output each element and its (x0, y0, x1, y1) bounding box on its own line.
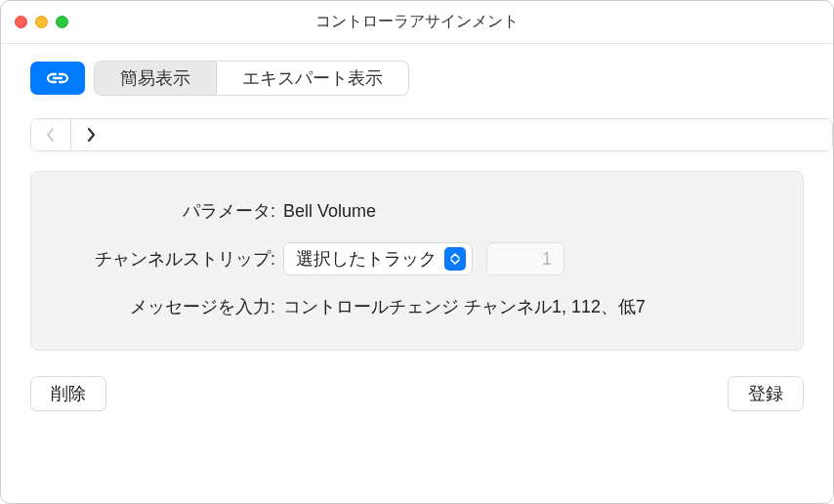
close-window-button[interactable] (15, 16, 27, 28)
channel-strip-number-value: 1 (542, 249, 552, 270)
chevron-right-icon (85, 127, 97, 143)
chevron-left-icon (45, 127, 57, 143)
window-title: コントローラアサインメント (1, 12, 833, 32)
channel-strip-label: チャンネルストリップ: (59, 247, 283, 271)
titlebar: コントローラアサインメント (1, 1, 833, 44)
channel-strip-select[interactable]: 選択したトラック (283, 242, 473, 275)
channel-strip-number-field[interactable]: 1 (486, 242, 564, 275)
bottom-buttons: 削除 登録 (30, 376, 804, 411)
tab-expert-view[interactable]: エキスパート表示 (216, 62, 408, 95)
learn-button[interactable]: 登録 (728, 376, 804, 411)
delete-button[interactable]: 削除 (30, 376, 106, 411)
parameter-value: Bell Volume (283, 201, 775, 222)
parameter-label: パラメータ: (59, 199, 283, 223)
view-mode-segment: 簡易表示 エキスパート表示 (95, 62, 408, 95)
input-message-label: メッセージを入力: (59, 295, 283, 318)
select-arrows-icon (444, 247, 466, 271)
maximize-window-button[interactable] (56, 16, 68, 28)
forward-button[interactable] (70, 119, 109, 150)
input-message-value: コントロールチェンジ チャンネル1, 112、低7 (283, 295, 775, 318)
link-button[interactable] (30, 62, 85, 95)
channel-strip-select-value: 選択したトラック (296, 247, 437, 271)
tab-simple-view[interactable]: 簡易表示 (95, 62, 216, 95)
toolbar: 簡易表示 エキスパート表示 (1, 44, 833, 95)
back-button[interactable] (31, 119, 70, 150)
link-icon (45, 67, 70, 89)
controller-assignments-window: コントローラアサインメント 簡易表示 エキスパート表示 パラメータ: Bell (0, 0, 834, 504)
traffic-lights (15, 16, 68, 28)
assignment-panel: パラメータ: Bell Volume チャンネルストリップ: 選択したトラック … (30, 171, 804, 351)
history-nav (30, 118, 833, 151)
minimize-window-button[interactable] (35, 16, 48, 28)
